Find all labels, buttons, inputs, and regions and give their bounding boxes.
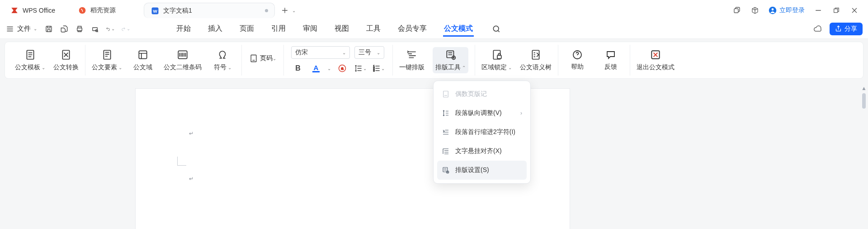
redo-icon[interactable]: ⌄	[121, 24, 130, 33]
svg-rect-15	[139, 51, 146, 58]
tab-vip[interactable]: 会员专享	[397, 21, 428, 36]
btn-page-number[interactable]: 页码⌄	[260, 54, 276, 62]
ribbon-group-layout: 一键排版 排版工具⌃	[393, 45, 475, 76]
hanging-align-icon	[442, 147, 450, 155]
ribbon-group-font-controls: 仿宋⌄ 三号⌄ B A ⌄ a ⌄ 1	[284, 45, 393, 76]
tab-tools[interactable]: 工具	[365, 21, 382, 36]
chevron-down-icon: ⌄	[33, 26, 37, 31]
page-number-icon	[249, 54, 258, 63]
svg-text:a: a	[341, 66, 344, 71]
svg-text:3: 3	[373, 69, 375, 72]
tab-app-home[interactable]: WPS Office	[4, 3, 71, 18]
menu-paragraph-vertical-adjust[interactable]: 段落纵向调整(V) ›	[437, 104, 527, 123]
multi-window-icon[interactable]	[732, 6, 741, 15]
maximize-button[interactable]	[832, 6, 841, 15]
chevron-right-icon: ›	[520, 110, 522, 116]
tab-store[interactable]: 稻壳资源	[71, 3, 144, 18]
btn-gov-convert[interactable]: 公文转换	[53, 49, 79, 72]
font-size-select[interactable]: 三号⌄	[354, 46, 384, 59]
menu-bar: 文件 ⌄ ⌄ ⌄ 开始 插入 页面 引用 审阅 视图 工具 会员专享 公文模式 …	[0, 19, 868, 39]
btn-symbol[interactable]: 符号⌄	[210, 49, 235, 72]
new-tab-dropdown-icon[interactable]: ⌄	[292, 8, 296, 13]
tab-start[interactable]: 开始	[175, 21, 192, 36]
svg-point-5	[772, 8, 774, 10]
file-menu[interactable]: 文件 ⌄	[14, 23, 40, 35]
btn-semantic-tree[interactable]: 公文语义树	[520, 49, 552, 72]
search-icon[interactable]	[492, 24, 501, 33]
bold-button[interactable]: B	[291, 62, 305, 74]
font-color-button[interactable]: A	[309, 62, 323, 74]
file-menu-label: 文件	[17, 24, 31, 33]
tab-review[interactable]: 审阅	[302, 21, 318, 36]
quick-access-toolbar: ⌄ ⌄	[44, 24, 130, 33]
menu-hanging-align[interactable]: 文字悬挂对齐(X)	[437, 142, 527, 161]
title-bar: WPS Office 稻壳资源 W 文字文稿1 ⌄ 立即登录	[0, 0, 868, 19]
unsaved-dot-icon	[265, 9, 268, 12]
tab-view[interactable]: 视图	[334, 21, 350, 36]
close-button[interactable]	[850, 6, 859, 15]
layout-tools-dropdown: 偶数页版记 段落纵向调整(V) › 段落首行缩进2字符(I) 文字悬挂对齐(X)…	[433, 81, 531, 184]
tab-cite[interactable]: 引用	[270, 21, 287, 36]
cube-icon[interactable]	[750, 6, 760, 15]
btn-one-click-layout[interactable]: 一键排版	[399, 49, 425, 72]
btn-layout-tools[interactable]: 排版工具⌃	[433, 47, 468, 73]
layout-settings-icon	[442, 166, 450, 174]
paragraph-mark-icon: ↵	[189, 130, 193, 137]
svg-text:W: W	[153, 8, 157, 13]
btn-feedback[interactable]: 反馈	[598, 49, 623, 71]
circled-a-button[interactable]: a	[335, 62, 349, 74]
menu-layout-settings[interactable]: 排版设置(S)	[437, 161, 527, 180]
minimize-button[interactable]	[814, 6, 823, 15]
btn-gov-template[interactable]: 公文模板⌄	[15, 49, 45, 72]
scroll-thumb[interactable]	[862, 93, 866, 109]
ribbon-group-elements: 公文要素⌄ 公文域 公文二维条码 符号⌄	[85, 45, 242, 76]
line-spacing-button[interactable]: ⌄	[354, 62, 367, 74]
svg-rect-8	[77, 28, 82, 30]
v-adjust-icon	[442, 109, 450, 117]
new-tab-button[interactable]	[280, 6, 289, 15]
numbering-button[interactable]: 123⌄	[372, 62, 385, 74]
share-label: 分享	[844, 25, 857, 33]
menu-first-line-indent-2[interactable]: 段落首行缩进2字符(I)	[437, 123, 527, 142]
svg-rect-7	[46, 26, 52, 32]
vertical-scrollbar[interactable]: ▲	[860, 82, 868, 229]
login-label: 立即登录	[779, 6, 805, 14]
btn-region-lock[interactable]: 区域锁定⌄	[481, 49, 512, 72]
ribbon: 公文模板⌄ 公文转换 公文要素⌄ 公文域 公文二维条码 符号⌄	[5, 42, 863, 79]
even-page-icon	[442, 90, 450, 98]
save-icon[interactable]	[44, 24, 53, 33]
menu-even-page[interactable]: 偶数页版记	[437, 85, 527, 104]
font-name-select[interactable]: 仿宋⌄	[291, 46, 350, 59]
btn-gov-elements[interactable]: 公文要素⌄	[92, 49, 122, 72]
tab-insert[interactable]: 插入	[207, 21, 223, 36]
tab-gov-mode[interactable]: 公文模式	[443, 21, 474, 37]
margin-guide-icon	[177, 157, 186, 166]
ribbon-group-exit: 退出公文模式	[630, 45, 681, 76]
btn-exit-gov-mode[interactable]: 退出公文模式	[637, 49, 675, 72]
ribbon-tabs: 开始 插入 页面 引用 审阅 视图 工具 会员专享 公文模式	[175, 21, 501, 37]
ribbon-group-help: 帮助 反馈	[558, 45, 630, 76]
print-preview-icon[interactable]	[90, 24, 99, 33]
share-button[interactable]: 分享	[830, 23, 863, 35]
cloud-sync-icon[interactable]	[813, 24, 822, 33]
print-icon[interactable]	[75, 24, 84, 33]
svg-rect-17	[251, 55, 256, 62]
tab-document[interactable]: W 文字文稿1	[144, 3, 275, 18]
font-color-drop-icon[interactable]: ⌄	[327, 66, 331, 71]
tab-document-label: 文字文稿1	[163, 7, 192, 15]
app-name: WPS Office	[23, 7, 55, 14]
login-button[interactable]: 立即登录	[769, 6, 805, 14]
tab-page[interactable]: 页面	[239, 21, 255, 36]
undo-icon[interactable]: ⌄	[106, 24, 115, 33]
svg-rect-6	[834, 9, 838, 13]
save-as-icon[interactable]	[60, 24, 69, 33]
svg-rect-9	[93, 28, 98, 31]
svg-rect-3	[734, 9, 738, 13]
btn-gov-field[interactable]: 公文域	[130, 49, 156, 72]
btn-gov-qrcode[interactable]: 公文二维条码	[164, 49, 202, 72]
svg-rect-14	[104, 50, 110, 59]
word-doc-icon: W	[151, 6, 160, 15]
hamburger-icon[interactable]	[5, 24, 14, 33]
btn-help[interactable]: 帮助	[565, 49, 590, 71]
scroll-up-icon[interactable]: ▲	[861, 85, 867, 91]
